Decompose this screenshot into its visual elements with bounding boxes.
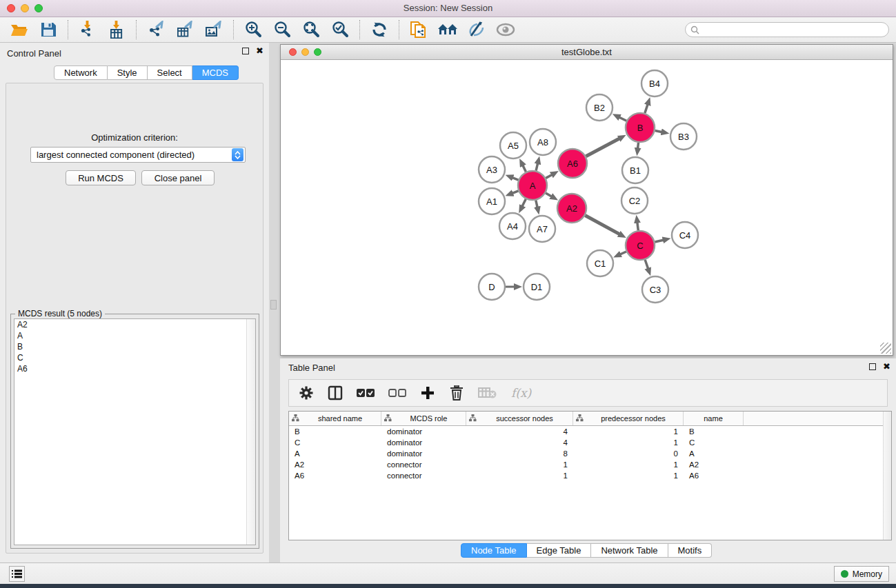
float-table-panel-icon[interactable] xyxy=(869,363,876,370)
show-details-icon[interactable] xyxy=(493,19,518,40)
close-panel-icon[interactable]: ✖ xyxy=(256,48,263,54)
graph-node-C[interactable]: C xyxy=(626,231,655,260)
table-cell[interactable]: A2 xyxy=(289,460,381,469)
column-header-MCDS-role[interactable]: MCDS role xyxy=(381,412,466,425)
table-scrollbar[interactable] xyxy=(883,412,891,540)
hide-details-icon[interactable] xyxy=(464,19,489,40)
memory-button[interactable]: Memory xyxy=(834,566,889,582)
table-cell[interactable]: connector xyxy=(381,472,466,480)
graph-node-C2[interactable]: C2 xyxy=(621,187,648,214)
table-cell[interactable]: 4 xyxy=(466,427,573,436)
graph-node-A5[interactable]: A5 xyxy=(500,132,526,159)
optimization-criterion-select[interactable]: largest connected component (directed) xyxy=(30,147,246,163)
table-cell[interactable]: connector xyxy=(381,460,466,469)
graph-node-A2[interactable]: A2 xyxy=(557,194,586,223)
mcds-result-item[interactable]: A2 xyxy=(14,319,255,330)
table-cell[interactable]: A6 xyxy=(684,472,744,480)
graph-node-A8[interactable]: A8 xyxy=(530,129,556,155)
graph-node-D[interactable]: D xyxy=(479,274,505,300)
open-folder-icon[interactable] xyxy=(7,19,32,40)
table-cell[interactable]: 1 xyxy=(573,427,684,436)
graph-edge-C-C2[interactable] xyxy=(637,221,639,230)
export-image-icon[interactable] xyxy=(201,19,226,40)
table-row[interactable]: A2connector11A2 xyxy=(289,459,891,470)
refresh-icon[interactable] xyxy=(367,19,392,40)
table-row[interactable]: Cdominator41C xyxy=(289,437,891,448)
graph-node-A7[interactable]: A7 xyxy=(529,216,555,242)
graph-node-C3[interactable]: C3 xyxy=(642,276,668,303)
graph-node-B4[interactable]: B4 xyxy=(641,70,668,97)
table-cell[interactable]: 1 xyxy=(466,460,573,469)
table-cell[interactable]: dominator xyxy=(381,449,466,458)
table-cell[interactable]: A xyxy=(289,449,381,458)
mcds-result-item[interactable]: A6 xyxy=(14,363,255,374)
add-column-icon[interactable] xyxy=(420,385,435,401)
table-cell[interactable]: 1 xyxy=(573,438,684,447)
float-panel-icon[interactable] xyxy=(242,48,249,54)
deselect-all-icon[interactable] xyxy=(388,385,406,401)
graph-edge-A-A4[interactable] xyxy=(521,199,526,207)
table-cell[interactable]: B xyxy=(289,427,381,436)
graph-node-C1[interactable]: C1 xyxy=(587,250,613,276)
table-cell[interactable]: C xyxy=(684,438,744,447)
graph-edge-B-B1[interactable] xyxy=(637,143,638,150)
panel-splitter[interactable] xyxy=(269,43,280,562)
export-network-icon[interactable] xyxy=(143,19,168,40)
graph-edge-A-A5[interactable] xyxy=(522,164,526,172)
network-graph-canvas[interactable]: B4B2BB3A5A8A6A3B1AC2A1A2A4A7C4CC1C3DD1 xyxy=(281,60,893,355)
graph-edge-A-A3[interactable] xyxy=(511,177,519,180)
graph-node-D1[interactable]: D1 xyxy=(524,274,550,300)
zoom-out-icon[interactable] xyxy=(270,19,295,40)
graph-edge-C-C3[interactable] xyxy=(645,260,648,270)
mcds-list-scrollbar[interactable] xyxy=(246,319,255,545)
columns-icon[interactable] xyxy=(328,385,343,401)
graph-edge-A-A2[interactable] xyxy=(546,193,552,197)
clone-network-icon[interactable] xyxy=(406,19,431,40)
select-all-icon[interactable] xyxy=(357,385,375,401)
column-header-successor-nodes[interactable]: successor nodes xyxy=(466,412,573,425)
graph-edge-A-A8[interactable] xyxy=(536,162,538,170)
task-history-button[interactable] xyxy=(9,566,25,582)
graph-node-B1[interactable]: B1 xyxy=(622,157,648,183)
column-header-predecessor-nodes[interactable]: predecessor nodes xyxy=(573,412,684,425)
mcds-result-list[interactable]: A2ABCA6 xyxy=(14,318,256,545)
graph-edge-B-B3[interactable] xyxy=(655,130,664,132)
tab-network-table[interactable]: Network Table xyxy=(591,543,668,558)
zoom-in-icon[interactable] xyxy=(241,19,266,40)
node-table[interactable]: shared nameMCDS rolesuccessor nodesprede… xyxy=(288,411,892,540)
export-table-icon[interactable] xyxy=(172,19,197,40)
graph-node-C4[interactable]: C4 xyxy=(672,222,698,248)
graph-edge-A-A7[interactable] xyxy=(536,200,538,208)
graph-node-A6[interactable]: A6 xyxy=(558,149,587,178)
import-table-icon[interactable] xyxy=(104,19,129,40)
graph-edge-C-C4[interactable] xyxy=(655,240,664,242)
table-row[interactable]: Adominator80A xyxy=(289,448,891,459)
table-cell[interactable]: A xyxy=(684,449,744,458)
table-cell[interactable]: A2 xyxy=(684,460,744,469)
column-header-shared-name[interactable]: shared name xyxy=(289,412,381,425)
table-cell[interactable]: 1 xyxy=(466,472,573,480)
tab-network[interactable]: Network xyxy=(54,65,108,80)
column-header-name[interactable]: name xyxy=(684,412,744,425)
graph-node-A4[interactable]: A4 xyxy=(499,213,526,239)
window-resize-grip[interactable] xyxy=(880,343,891,354)
graph-node-A3[interactable]: A3 xyxy=(479,156,505,183)
graph-edge-A-A6[interactable] xyxy=(546,174,553,178)
table-row[interactable]: A6connector11A6 xyxy=(289,470,891,481)
tab-motifs[interactable]: Motifs xyxy=(668,543,713,558)
graph-node-B3[interactable]: B3 xyxy=(670,123,697,150)
table-cell[interactable]: dominator xyxy=(381,438,466,447)
delete-column-icon[interactable] xyxy=(449,385,464,401)
graph-edge-A-A1[interactable] xyxy=(511,191,519,194)
table-cell[interactable]: 0 xyxy=(573,449,684,458)
tab-node-table[interactable]: Node Table xyxy=(461,543,527,558)
splitter-grip[interactable] xyxy=(270,300,277,310)
table-cell[interactable]: C xyxy=(289,438,381,447)
table-row[interactable]: Bdominator41B xyxy=(289,426,891,437)
graph-edge-C-C1[interactable] xyxy=(619,252,626,255)
table-cell[interactable]: 4 xyxy=(466,438,573,447)
tab-select[interactable]: Select xyxy=(148,65,192,80)
zoom-selected-icon[interactable] xyxy=(328,19,352,40)
graph-edge-A6-B[interactable] xyxy=(586,138,620,156)
tab-style[interactable]: Style xyxy=(108,65,148,80)
